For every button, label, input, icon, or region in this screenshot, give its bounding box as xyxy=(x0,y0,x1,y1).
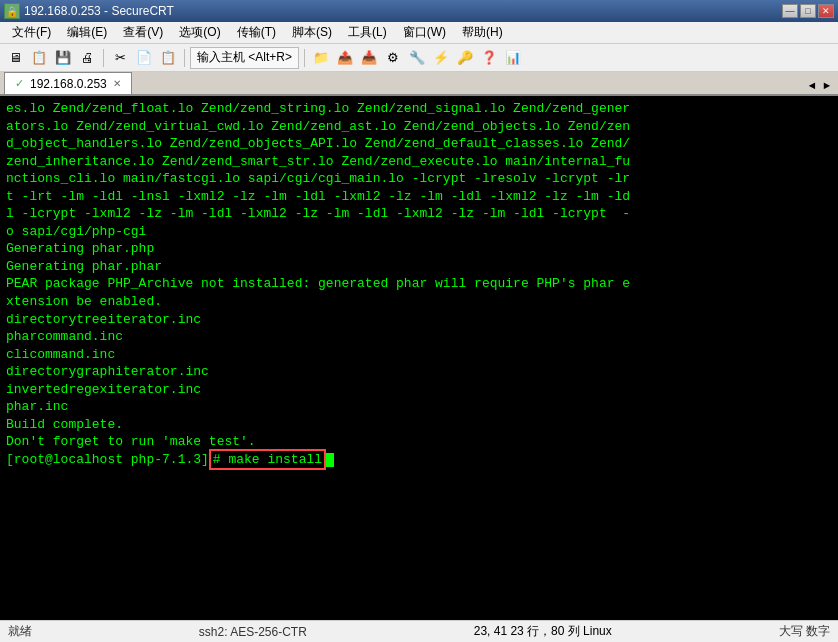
toolbar-btn-16[interactable]: 📊 xyxy=(502,47,524,69)
terminal-line: ators.lo Zend/zend_virtual_cwd.lo Zend/z… xyxy=(6,118,832,136)
menu-script[interactable]: 脚本(S) xyxy=(284,22,340,43)
menu-transfer[interactable]: 传输(T) xyxy=(229,22,284,43)
toolbar-btn-6[interactable]: 📄 xyxy=(133,47,155,69)
status-keys: 大写 数字 xyxy=(779,623,830,640)
menu-options[interactable]: 选项(O) xyxy=(171,22,228,43)
status-ready: 就绪 xyxy=(8,623,32,640)
terminal-prompt-line: [root@localhost php-7.1.3]# make install xyxy=(6,451,832,469)
menu-bar: 文件(F) 编辑(E) 查看(V) 选项(O) 传输(T) 脚本(S) 工具(L… xyxy=(0,22,838,44)
terminal-line: t -lrt -lm -ldl -lnsl -lxml2 -lz -lm -ld… xyxy=(6,188,832,206)
terminal-line: directorytreeiterator.inc xyxy=(6,311,832,329)
toolbar-btn-5[interactable]: ✂ xyxy=(109,47,131,69)
terminal-line: es.lo Zend/zend_float.lo Zend/zend_strin… xyxy=(6,100,832,118)
menu-edit[interactable]: 编辑(E) xyxy=(59,22,115,43)
terminal-line: phar.inc xyxy=(6,398,832,416)
menu-window[interactable]: 窗口(W) xyxy=(395,22,454,43)
toolbar-btn-1[interactable]: 🖥 xyxy=(4,47,26,69)
terminal-line: Don't forget to run 'make test'. xyxy=(6,433,832,451)
terminal-prompt: [root@localhost php-7.1.3] xyxy=(6,452,209,467)
terminal-cursor xyxy=(326,453,334,467)
toolbar-btn-15[interactable]: ❓ xyxy=(478,47,500,69)
separator-2 xyxy=(184,49,185,67)
terminal-window[interactable]: es.lo Zend/zend_float.lo Zend/zend_strin… xyxy=(0,96,838,620)
menu-view[interactable]: 查看(V) xyxy=(115,22,171,43)
toolbar-btn-2[interactable]: 📋 xyxy=(28,47,50,69)
tab-nav-right[interactable]: ► xyxy=(819,78,834,94)
toolbar-btn-13[interactable]: ⚡ xyxy=(430,47,452,69)
menu-file[interactable]: 文件(F) xyxy=(4,22,59,43)
connect-host-button[interactable]: 输入主机 <Alt+R> xyxy=(190,47,299,69)
terminal-line: directorygraphiterator.inc xyxy=(6,363,832,381)
tab-bar: ✓ 192.168.0.253 ✕ ◄ ► xyxy=(0,72,838,96)
window-title: 192.168.0.253 - SecureCRT xyxy=(24,4,174,18)
menu-tools[interactable]: 工具(L) xyxy=(340,22,395,43)
toolbar-btn-9[interactable]: 📤 xyxy=(334,47,356,69)
terminal-command: # make install xyxy=(209,449,326,470)
connect-host-label: 输入主机 <Alt+R> xyxy=(197,49,292,66)
toolbar-btn-4[interactable]: 🖨 xyxy=(76,47,98,69)
toolbar-btn-10[interactable]: 📥 xyxy=(358,47,380,69)
menu-help[interactable]: 帮助(H) xyxy=(454,22,511,43)
tab-navigation: ◄ ► xyxy=(805,78,834,94)
tab-nav-left[interactable]: ◄ xyxy=(805,78,820,94)
toolbar-btn-3[interactable]: 💾 xyxy=(52,47,74,69)
terminal-line: invertedregexiterator.inc xyxy=(6,381,832,399)
status-position: 23, 41 23 行，80 列 Linux xyxy=(474,623,612,640)
terminal-line: Generating phar.phar xyxy=(6,258,832,276)
terminal-line: clicommand.inc xyxy=(6,346,832,364)
toolbar-btn-11[interactable]: ⚙ xyxy=(382,47,404,69)
tab-status-icon: ✓ xyxy=(15,77,24,90)
separator-3 xyxy=(304,49,305,67)
terminal-line: l -lcrypt -lxml2 -lz -lm -ldl -lxml2 -lz… xyxy=(6,205,832,223)
terminal-line: pharcommand.inc xyxy=(6,328,832,346)
tab-label: 192.168.0.253 xyxy=(30,77,107,91)
toolbar-btn-12[interactable]: 🔧 xyxy=(406,47,428,69)
maximize-button[interactable]: □ xyxy=(800,4,816,18)
toolbar-btn-8[interactable]: 📁 xyxy=(310,47,332,69)
terminal-line: o sapi/cgi/php-cgi xyxy=(6,223,832,241)
status-encryption: ssh2: AES-256-CTR xyxy=(199,625,307,639)
status-bar: 就绪 ssh2: AES-256-CTR 23, 41 23 行，80 列 Li… xyxy=(0,620,838,642)
app-icon: 🔒 xyxy=(4,3,20,19)
tab-session[interactable]: ✓ 192.168.0.253 ✕ xyxy=(4,72,132,94)
window-controls[interactable]: — □ ✕ xyxy=(782,4,834,18)
toolbar-btn-7[interactable]: 📋 xyxy=(157,47,179,69)
title-bar-left: 🔒 192.168.0.253 - SecureCRT xyxy=(4,3,174,19)
terminal-line: Generating phar.php xyxy=(6,240,832,258)
title-bar: 🔒 192.168.0.253 - SecureCRT — □ ✕ xyxy=(0,0,838,22)
toolbar-btn-14[interactable]: 🔑 xyxy=(454,47,476,69)
close-button[interactable]: ✕ xyxy=(818,4,834,18)
terminal-line: xtension be enabled. xyxy=(6,293,832,311)
terminal-line: zend_inheritance.lo Zend/zend_smart_str.… xyxy=(6,153,832,171)
terminal-line: Build complete. xyxy=(6,416,832,434)
toolbar: 🖥 📋 💾 🖨 ✂ 📄 📋 输入主机 <Alt+R> 📁 📤 📥 ⚙ 🔧 ⚡ 🔑… xyxy=(0,44,838,72)
terminal-line: d_object_handlers.lo Zend/zend_objects_A… xyxy=(6,135,832,153)
terminal-line: nctions_cli.lo main/fastcgi.lo sapi/cgi/… xyxy=(6,170,832,188)
separator-1 xyxy=(103,49,104,67)
tab-close-button[interactable]: ✕ xyxy=(113,78,121,89)
terminal-line: PEAR package PHP_Archive not installed: … xyxy=(6,275,832,293)
minimize-button[interactable]: — xyxy=(782,4,798,18)
